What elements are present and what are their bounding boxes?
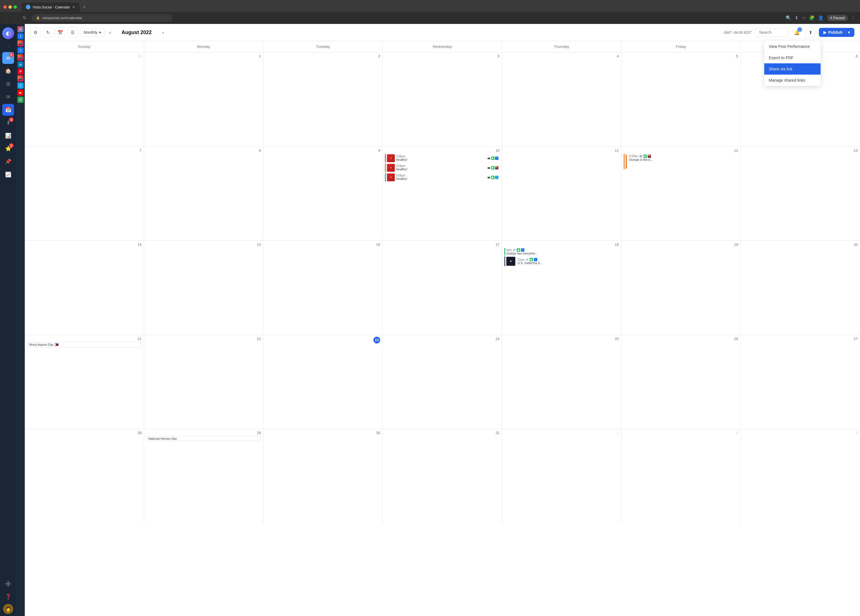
day-18[interactable]: 18 9am 🔗 ◼ f Gadsly has everythin... [502, 241, 621, 335]
refresh-calendar-btn[interactable]: ↻ [43, 27, 53, 38]
sidebar-item-pin[interactable]: 📌 [2, 156, 14, 168]
paused-btn[interactable]: A Paused [827, 15, 847, 21]
sidebar-item-analytics[interactable]: 📊 [2, 130, 14, 142]
day-14[interactable]: 14 [25, 241, 144, 335]
sidebar-item-compose[interactable]: ✉ [2, 91, 14, 103]
event-healthy-fb[interactable]: 🍹 3:58pm Healthy! 📷 ◼ f [385, 154, 499, 163]
event-healthy-tw[interactable]: 🍹 3:58pm Healthy! 📷 ◼ t [385, 173, 499, 182]
user-avatar-btn[interactable]: JC 9 [2, 52, 14, 64]
day-7[interactable]: 7 [25, 147, 144, 241]
active-tab[interactable]: Vista Social - Calendar ✕ [21, 3, 80, 11]
day-4[interactable]: 4 [502, 52, 621, 146]
sidebar-item-home[interactable]: 🏠 [2, 65, 14, 77]
back-btn[interactable]: ‹ [5, 14, 9, 22]
sidebar-item-calendar[interactable]: 📅 [2, 104, 14, 116]
day-1-next[interactable]: 1 [502, 429, 621, 524]
day-10[interactable]: 10 🍹 3:58pm Healthy! 📷 ◼ f [383, 147, 502, 241]
day-22[interactable]: 22 [144, 335, 264, 429]
sidebar-item-dashboard[interactable]: ⊞ [2, 78, 14, 90]
event-healthy-ig[interactable]: 🍹 3:58pm Healthy! 📷 ◼ 📸 [385, 163, 499, 172]
forward-btn[interactable]: › [13, 14, 17, 22]
linkedin-account-icon[interactable]: in [17, 61, 24, 67]
profile-icon[interactable]: 👤 [818, 15, 824, 20]
day-31-last[interactable]: 31 [383, 429, 502, 524]
prev-month-btn[interactable]: ‹ [107, 28, 113, 37]
sidebar-item-reports[interactable]: 📈 [2, 169, 14, 180]
instagram-account-icon[interactable]: 📷 [17, 40, 24, 47]
sidebar-item-inbox[interactable]: ⬇ 4 [2, 117, 14, 129]
view-post-performance-item[interactable]: View Post Performance [764, 41, 821, 52]
day-31-prev[interactable]: 31 [25, 52, 144, 146]
event-gadsly[interactable]: 9am 🔗 ◼ f Gadsly has everythin... [504, 248, 619, 255]
day-30[interactable]: 30 [263, 429, 383, 524]
calendar-view-btn[interactable]: 📅 [55, 27, 65, 38]
more-btn[interactable]: ⋮ [851, 15, 855, 20]
day-8[interactable]: 8 [144, 147, 264, 241]
bookmark-icon[interactable]: ⬆ [795, 15, 798, 20]
day-2-next[interactable]: 2 [621, 429, 741, 524]
publish-btn[interactable]: ▶ Publish ▾ [819, 28, 854, 37]
twitter-account-icon[interactable]: t [17, 83, 24, 89]
search-input[interactable] [755, 28, 788, 37]
day-3[interactable]: 3 [383, 52, 502, 146]
google-account-icon[interactable]: G [17, 26, 24, 32]
sidebar-item-reviews[interactable]: ⭐ 4 [2, 143, 14, 155]
notifications-btn[interactable]: 🔔 3 [792, 27, 802, 38]
event-orange[interactable]: 3:59am ⊞ ◼ 📸 Orange is the b... [624, 154, 738, 169]
tab-close-btn[interactable]: ✕ [72, 5, 75, 9]
day-28[interactable]: 28 [25, 429, 144, 524]
settings-btn[interactable]: ⚙ [30, 27, 41, 38]
next-month-btn[interactable]: › [160, 28, 166, 37]
day-25[interactable]: 25 [502, 335, 621, 429]
youtube-account-icon[interactable]: ▶ [17, 89, 24, 96]
user-profile-avatar[interactable]: 👩 [3, 604, 13, 614]
day-9[interactable]: 9 [263, 147, 383, 241]
day-19[interactable]: 19 [621, 241, 741, 335]
gmb-account-icon[interactable]: G [17, 97, 24, 103]
day-29[interactable]: 29 National Heroes Day [144, 429, 264, 524]
list-view-btn[interactable]: ☰ [67, 27, 78, 38]
day-12[interactable]: 12 3:59am ⊞ ◼ 📸 Orange is the b... [621, 147, 741, 241]
midterms-thumb: 🗺 [506, 257, 515, 266]
day-17[interactable]: 17 [383, 241, 502, 335]
day-1[interactable]: 1 [144, 52, 264, 146]
day-27[interactable]: 27 [741, 335, 860, 429]
day-20[interactable]: 20 [741, 241, 860, 335]
day-16[interactable]: 16 [263, 241, 383, 335]
share-via-link-item[interactable]: ➤ Share via link [764, 63, 821, 75]
facebook-account-2-icon[interactable]: f [17, 47, 24, 53]
new-tab-btn[interactable]: + [81, 2, 88, 12]
sidebar-item-add[interactable]: ➕ [2, 578, 14, 590]
collapse-sidebar-btn[interactable]: › [6, 42, 10, 51]
day-15[interactable]: 15 [144, 241, 264, 335]
export-to-pdf-item[interactable]: Export to PDF [764, 52, 821, 63]
day-11[interactable]: 11 [502, 147, 621, 241]
close-window-btn[interactable] [3, 5, 7, 9]
day-3-next[interactable]: 3 [741, 429, 860, 524]
day-5[interactable]: 5 [621, 52, 741, 146]
star-icon[interactable]: ☆ [802, 15, 806, 20]
address-field[interactable]: 🔒 vistasocial.com/calendar [31, 14, 172, 22]
week-4: 21 Ninoy Aquino Day 🇵🇭 22 23 24 25 [25, 335, 860, 429]
facebook-account-icon[interactable]: f [17, 33, 24, 39]
instagram-account-3-icon[interactable]: 📷 [17, 75, 24, 82]
day-23-today[interactable]: 23 [263, 335, 383, 429]
view-dropdown[interactable]: Monthly ▾ [80, 28, 105, 37]
manage-shared-links-item[interactable]: Manage shared links [764, 75, 821, 86]
event-midterms[interactable]: 🗺 11am 🔗 ◼ f U.S. midterms b... [504, 256, 619, 266]
search-browser-icon[interactable]: 🔍 [786, 15, 791, 20]
publish-dropdown-arrow[interactable]: ▾ [845, 30, 850, 34]
day-13[interactable]: 13 [741, 147, 860, 241]
refresh-btn[interactable]: ↻ [21, 14, 28, 22]
pinterest-account-icon[interactable]: P [17, 68, 24, 75]
instagram-account-2-icon[interactable]: 📷 [17, 54, 24, 61]
day-2[interactable]: 2 [263, 52, 383, 146]
sidebar-item-help[interactable]: ❓ [2, 591, 14, 603]
maximize-window-btn[interactable] [14, 5, 17, 9]
share-btn[interactable]: ⬆ [805, 27, 816, 38]
day-21[interactable]: 21 Ninoy Aquino Day 🇵🇭 [25, 335, 144, 429]
extensions-icon[interactable]: 🧩 [809, 15, 814, 20]
day-24[interactable]: 24 [383, 335, 502, 429]
minimize-window-btn[interactable] [8, 5, 12, 9]
day-26[interactable]: 26 [621, 335, 741, 429]
